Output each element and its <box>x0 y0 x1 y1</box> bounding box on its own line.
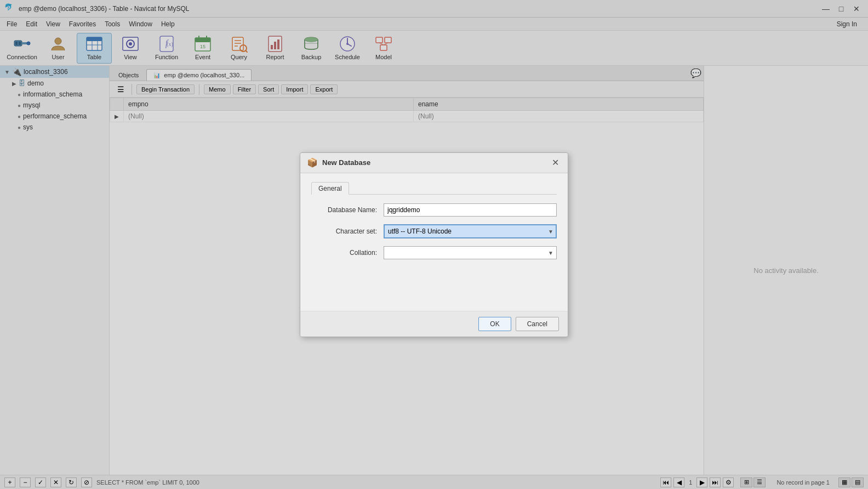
form-row-db-name: Database Name: <box>311 203 557 217</box>
dialog-body: General Database Name: Character set: ut… <box>300 173 568 311</box>
charset-select-wrapper: utf8 -- UTF-8 Unicode latin1 utf8mb4 asc… <box>384 224 557 238</box>
collation-select[interactable]: utf8_general_ci utf8_unicode_ci <box>384 246 557 259</box>
db-name-label: Database Name: <box>311 206 377 214</box>
collation-select-wrapper: utf8_general_ci utf8_unicode_ci ▼ <box>384 246 557 259</box>
dialog-header: 📦 New Database ✕ <box>300 153 568 173</box>
modal-overlay: 📦 New Database ✕ General Database Name: … <box>0 0 868 489</box>
dialog-content: Database Name: Character set: utf8 -- UT… <box>311 203 557 302</box>
dialog-tab-general-label: General <box>318 185 342 192</box>
dialog-tab-general[interactable]: General <box>311 182 349 195</box>
charset-label: Character set: <box>311 228 377 235</box>
collation-label: Collation: <box>311 249 377 257</box>
dialog-close-button[interactable]: ✕ <box>549 157 561 168</box>
dialog-title: New Database <box>322 158 545 167</box>
form-row-charset: Character set: utf8 -- UTF-8 Unicode lat… <box>311 224 557 238</box>
dialog-footer: OK Cancel <box>300 311 568 337</box>
ok-button[interactable]: OK <box>478 317 511 331</box>
new-database-dialog: 📦 New Database ✕ General Database Name: … <box>300 152 568 337</box>
db-name-input[interactable] <box>384 203 557 217</box>
dialog-tabs: General <box>311 182 557 195</box>
cancel-button[interactable]: Cancel <box>516 317 559 331</box>
form-row-collation: Collation: utf8_general_ci utf8_unicode_… <box>311 246 557 259</box>
dialog-header-icon: 📦 <box>307 157 318 168</box>
charset-select[interactable]: utf8 -- UTF-8 Unicode latin1 utf8mb4 asc… <box>384 224 557 238</box>
